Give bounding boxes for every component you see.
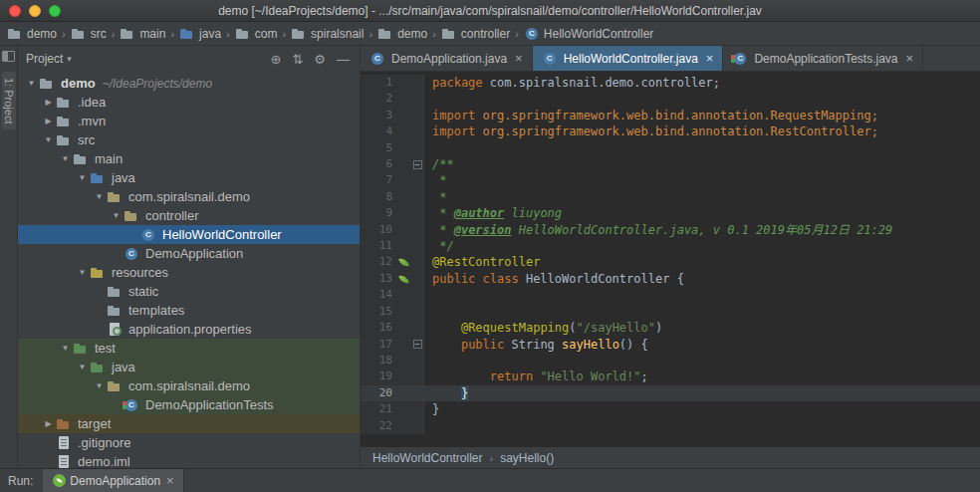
editor-tab[interactable]: HelloWorldController.java× xyxy=(533,46,724,71)
tree-item-src[interactable]: ▼src xyxy=(18,130,360,149)
editor-tab[interactable]: DemoApplicationTests.java× xyxy=(723,46,923,71)
code-line[interactable]: 14 xyxy=(361,287,980,303)
chevron-down-icon[interactable]: ▼ xyxy=(41,135,56,144)
editor-breadcrumb-item[interactable]: HelloWorldController xyxy=(372,451,482,465)
fold-collapse-icon[interactable]: − xyxy=(413,160,422,169)
tree-item-java[interactable]: ▼java xyxy=(18,168,360,187)
close-window-button[interactable] xyxy=(9,5,21,17)
code-line[interactable]: 12@RestController xyxy=(361,254,980,270)
chevron-down-icon[interactable]: ▼ xyxy=(92,381,107,390)
tree-item--idea[interactable]: ▶.idea xyxy=(18,93,360,112)
code-line[interactable]: 7 * xyxy=(361,172,980,188)
chevron-down-icon[interactable]: ▼ xyxy=(24,79,39,88)
tree-item-test[interactable]: ▼test xyxy=(18,339,360,358)
tree-item-templates[interactable]: templates xyxy=(18,301,360,320)
editor-tab-label: HelloWorldController.java xyxy=(564,52,698,66)
breadcrumb-item[interactable]: controller xyxy=(441,27,510,41)
tree-item-helloworldcontroller[interactable]: HelloWorldController xyxy=(18,225,360,244)
code-line[interactable]: 5 xyxy=(361,140,980,156)
tree-item-com-spiralsnail-demo[interactable]: ▼com.spiralsnail.demo xyxy=(18,376,360,395)
code-token: @RequestMapping xyxy=(461,321,569,335)
code-line[interactable]: 3import org.springframework.web.bind.ann… xyxy=(361,108,980,123)
breadcrumb-item[interactable]: demo xyxy=(7,27,57,41)
tree-item-application-properties[interactable]: application.properties xyxy=(18,320,360,339)
code-line[interactable]: 15 xyxy=(361,304,980,320)
spring-bean-icon[interactable] xyxy=(398,257,409,268)
code-line[interactable]: 4import org.springframework.web.bind.ann… xyxy=(361,123,980,139)
code-line[interactable]: 18 xyxy=(361,353,980,369)
line-number: 17 xyxy=(361,337,396,353)
chevron-down-icon[interactable]: ▼ xyxy=(75,268,90,277)
fold-column xyxy=(411,304,424,320)
tree-item-controller[interactable]: ▼controller xyxy=(18,206,360,225)
chevron-down-icon[interactable]: ▼ xyxy=(58,344,73,353)
chevron-right-icon[interactable]: ▶ xyxy=(41,98,56,107)
tree-item-static[interactable]: static xyxy=(18,282,360,301)
spring-bean-icon[interactable] xyxy=(398,274,409,285)
tree-item-target[interactable]: ▶target xyxy=(18,414,360,433)
code-line[interactable]: 13public class HelloWorldController { xyxy=(361,271,980,287)
chevron-down-icon[interactable]: ▼ xyxy=(92,192,107,201)
chevron-down-icon[interactable]: ▼ xyxy=(109,211,123,220)
tree-item-demo[interactable]: ▼demo~/IdeaProjects/demo xyxy=(18,74,360,93)
breadcrumb-item[interactable]: src xyxy=(71,27,107,41)
tree-item-demoapplicationtests[interactable]: DemoApplicationTests xyxy=(18,395,360,414)
file-icon xyxy=(56,436,72,450)
code-line[interactable]: 20 } xyxy=(361,385,980,401)
breadcrumb-item[interactable]: com xyxy=(235,27,278,41)
settings-icon[interactable]: ⚙ xyxy=(314,53,326,66)
code-line[interactable]: 9 * @author liuyong xyxy=(361,205,980,221)
code-line[interactable]: 11 */ xyxy=(361,238,980,254)
tree-item--mvn[interactable]: ▶.mvn xyxy=(18,112,360,130)
breadcrumb-item[interactable]: main xyxy=(120,27,165,41)
zoom-window-button[interactable] xyxy=(49,5,61,17)
tab-close-icon[interactable]: × xyxy=(515,52,523,65)
tree-item--gitignore[interactable]: .gitignore xyxy=(18,433,360,452)
line-number: 19 xyxy=(361,369,396,384)
code-line[interactable]: 10 * @version HelloWorldController.java,… xyxy=(361,222,980,238)
code-line[interactable]: 22 xyxy=(361,418,980,434)
tree-item-resources[interactable]: ▼resources xyxy=(18,263,360,282)
tool-window-bars-icon[interactable] xyxy=(2,51,15,62)
editor-tab[interactable]: DemoApplication.java× xyxy=(361,46,533,71)
chevron-down-icon[interactable]: ▼ xyxy=(75,363,90,371)
tab-close-icon[interactable]: × xyxy=(906,52,914,65)
code-line[interactable]: 2 xyxy=(361,91,980,107)
breadcrumb-item-label: demo xyxy=(27,27,57,41)
code-line[interactable]: 6−/** xyxy=(361,156,980,172)
fold-column xyxy=(411,254,424,270)
chevron-down-icon[interactable]: ▼ xyxy=(58,154,73,163)
code-line[interactable]: 19 return "Hello World!"; xyxy=(361,369,980,384)
tab-close-icon[interactable]: × xyxy=(706,52,714,65)
code-line[interactable]: 21} xyxy=(361,401,980,417)
minimize-window-button[interactable] xyxy=(29,5,41,17)
breadcrumb-item[interactable]: java xyxy=(179,27,221,41)
folder-icon xyxy=(107,304,122,318)
code-line[interactable]: 16 @RequestMapping("/sayHello") xyxy=(361,320,980,336)
breadcrumb-item[interactable]: spiralsnail xyxy=(291,27,364,41)
tree-item-demo-iml[interactable]: demo.iml xyxy=(18,452,360,468)
collapse-all-icon[interactable]: ⇅ xyxy=(292,53,303,66)
code-line[interactable]: 8 * xyxy=(361,189,980,205)
run-tab-close-icon[interactable]: × xyxy=(166,474,174,487)
breadcrumb-item[interactable]: HelloWorldController xyxy=(524,27,653,41)
code-line[interactable]: 17− public String sayHello() { xyxy=(361,337,980,353)
code-editor[interactable]: 1package com.spiralsnail.demo.controller… xyxy=(361,72,980,446)
tree-item-java[interactable]: ▼java xyxy=(18,358,360,376)
chevron-right-icon[interactable]: ▶ xyxy=(41,117,56,125)
chevron-down-icon[interactable]: ▼ xyxy=(75,173,90,182)
chevron-right-icon[interactable]: ▶ xyxy=(41,419,56,428)
tree-item-com-spiralsnail-demo[interactable]: ▼com.spiralsnail.demo xyxy=(18,187,360,206)
run-tab[interactable]: DemoApplication × xyxy=(43,469,183,492)
tree-item-main[interactable]: ▼main xyxy=(18,149,360,168)
project-view-selector[interactable]: Project ▾ xyxy=(26,52,72,66)
code-line[interactable]: 1package com.spiralsnail.demo.controller… xyxy=(361,75,980,91)
breadcrumb-item[interactable]: demo xyxy=(377,27,427,41)
locate-icon[interactable]: ⊕ xyxy=(271,53,282,66)
hide-panel-icon[interactable]: — xyxy=(337,53,350,66)
editor-breadcrumb-item[interactable]: sayHello() xyxy=(500,451,554,465)
tree-item-demoapplication[interactable]: DemoApplication xyxy=(18,244,360,263)
project-tool-window-button[interactable]: 1: Project xyxy=(2,72,16,129)
tree-item-label: .mvn xyxy=(78,114,106,128)
fold-collapse-icon[interactable]: − xyxy=(413,340,422,349)
